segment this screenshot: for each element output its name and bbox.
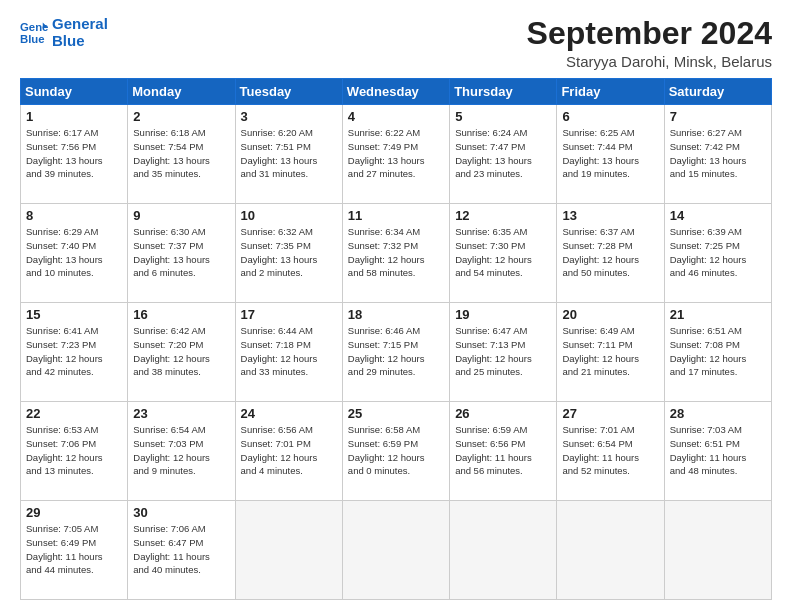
cell-text: Sunrise: 7:05 AM Sunset: 6:49 PM Dayligh… [26,522,122,577]
calendar-cell: 13Sunrise: 6:37 AM Sunset: 7:28 PM Dayli… [557,204,664,303]
cell-text: Sunrise: 6:29 AM Sunset: 7:40 PM Dayligh… [26,225,122,280]
cell-text: Sunrise: 7:01 AM Sunset: 6:54 PM Dayligh… [562,423,658,478]
cell-text: Sunrise: 6:42 AM Sunset: 7:20 PM Dayligh… [133,324,229,379]
calendar-cell: 6Sunrise: 6:25 AM Sunset: 7:44 PM Daylig… [557,105,664,204]
calendar-cell: 22Sunrise: 6:53 AM Sunset: 7:06 PM Dayli… [21,402,128,501]
weekday-header-saturday: Saturday [664,79,771,105]
cell-text: Sunrise: 6:27 AM Sunset: 7:42 PM Dayligh… [670,126,766,181]
calendar-cell: 1Sunrise: 6:17 AM Sunset: 7:56 PM Daylig… [21,105,128,204]
cell-text: Sunrise: 6:20 AM Sunset: 7:51 PM Dayligh… [241,126,337,181]
calendar-cell [450,501,557,600]
weekday-header-friday: Friday [557,79,664,105]
day-number: 23 [133,406,229,421]
calendar-cell: 26Sunrise: 6:59 AM Sunset: 6:56 PM Dayli… [450,402,557,501]
calendar-cell: 28Sunrise: 7:03 AM Sunset: 6:51 PM Dayli… [664,402,771,501]
calendar-cell: 24Sunrise: 6:56 AM Sunset: 7:01 PM Dayli… [235,402,342,501]
cell-text: Sunrise: 6:54 AM Sunset: 7:03 PM Dayligh… [133,423,229,478]
page: General Blue General Blue September 2024… [0,0,792,612]
day-number: 30 [133,505,229,520]
calendar-cell: 15Sunrise: 6:41 AM Sunset: 7:23 PM Dayli… [21,303,128,402]
day-number: 18 [348,307,444,322]
cell-text: Sunrise: 6:44 AM Sunset: 7:18 PM Dayligh… [241,324,337,379]
cell-text: Sunrise: 6:46 AM Sunset: 7:15 PM Dayligh… [348,324,444,379]
day-number: 9 [133,208,229,223]
title-block: September 2024 Staryya Darohi, Minsk, Be… [527,16,772,70]
day-number: 8 [26,208,122,223]
calendar-table: SundayMondayTuesdayWednesdayThursdayFrid… [20,78,772,600]
calendar-cell: 12Sunrise: 6:35 AM Sunset: 7:30 PM Dayli… [450,204,557,303]
calendar-cell: 18Sunrise: 6:46 AM Sunset: 7:15 PM Dayli… [342,303,449,402]
cell-text: Sunrise: 6:41 AM Sunset: 7:23 PM Dayligh… [26,324,122,379]
day-number: 15 [26,307,122,322]
calendar-cell: 4Sunrise: 6:22 AM Sunset: 7:49 PM Daylig… [342,105,449,204]
day-number: 17 [241,307,337,322]
calendar-row-3: 22Sunrise: 6:53 AM Sunset: 7:06 PM Dayli… [21,402,772,501]
cell-text: Sunrise: 6:30 AM Sunset: 7:37 PM Dayligh… [133,225,229,280]
day-number: 21 [670,307,766,322]
cell-text: Sunrise: 6:24 AM Sunset: 7:47 PM Dayligh… [455,126,551,181]
calendar-cell: 16Sunrise: 6:42 AM Sunset: 7:20 PM Dayli… [128,303,235,402]
calendar-cell: 30Sunrise: 7:06 AM Sunset: 6:47 PM Dayli… [128,501,235,600]
cell-text: Sunrise: 6:37 AM Sunset: 7:28 PM Dayligh… [562,225,658,280]
day-number: 27 [562,406,658,421]
cell-text: Sunrise: 6:47 AM Sunset: 7:13 PM Dayligh… [455,324,551,379]
cell-text: Sunrise: 6:22 AM Sunset: 7:49 PM Dayligh… [348,126,444,181]
cell-text: Sunrise: 6:51 AM Sunset: 7:08 PM Dayligh… [670,324,766,379]
cell-text: Sunrise: 6:39 AM Sunset: 7:25 PM Dayligh… [670,225,766,280]
day-number: 5 [455,109,551,124]
calendar-cell: 10Sunrise: 6:32 AM Sunset: 7:35 PM Dayli… [235,204,342,303]
logo-line1: General [52,16,108,33]
weekday-header-tuesday: Tuesday [235,79,342,105]
calendar-row-2: 15Sunrise: 6:41 AM Sunset: 7:23 PM Dayli… [21,303,772,402]
day-number: 1 [26,109,122,124]
day-number: 12 [455,208,551,223]
day-number: 26 [455,406,551,421]
cell-text: Sunrise: 6:53 AM Sunset: 7:06 PM Dayligh… [26,423,122,478]
calendar-cell: 27Sunrise: 7:01 AM Sunset: 6:54 PM Dayli… [557,402,664,501]
cell-text: Sunrise: 7:06 AM Sunset: 6:47 PM Dayligh… [133,522,229,577]
calendar-cell: 23Sunrise: 6:54 AM Sunset: 7:03 PM Dayli… [128,402,235,501]
day-number: 4 [348,109,444,124]
cell-text: Sunrise: 6:25 AM Sunset: 7:44 PM Dayligh… [562,126,658,181]
cell-text: Sunrise: 6:58 AM Sunset: 6:59 PM Dayligh… [348,423,444,478]
day-number: 24 [241,406,337,421]
calendar-cell [664,501,771,600]
day-number: 3 [241,109,337,124]
weekday-header-monday: Monday [128,79,235,105]
subtitle: Staryya Darohi, Minsk, Belarus [527,53,772,70]
logo: General Blue General Blue [20,16,108,49]
calendar-cell: 7Sunrise: 6:27 AM Sunset: 7:42 PM Daylig… [664,105,771,204]
cell-text: Sunrise: 6:35 AM Sunset: 7:30 PM Dayligh… [455,225,551,280]
calendar-cell: 17Sunrise: 6:44 AM Sunset: 7:18 PM Dayli… [235,303,342,402]
calendar-cell: 21Sunrise: 6:51 AM Sunset: 7:08 PM Dayli… [664,303,771,402]
logo-icon: General Blue [20,19,48,47]
svg-text:Blue: Blue [20,32,45,44]
cell-text: Sunrise: 6:59 AM Sunset: 6:56 PM Dayligh… [455,423,551,478]
calendar-cell [235,501,342,600]
calendar-cell: 8Sunrise: 6:29 AM Sunset: 7:40 PM Daylig… [21,204,128,303]
calendar-cell [557,501,664,600]
day-number: 10 [241,208,337,223]
calendar-cell: 14Sunrise: 6:39 AM Sunset: 7:25 PM Dayli… [664,204,771,303]
logo-line2: Blue [52,33,108,50]
day-number: 14 [670,208,766,223]
cell-text: Sunrise: 6:32 AM Sunset: 7:35 PM Dayligh… [241,225,337,280]
day-number: 2 [133,109,229,124]
calendar-cell: 11Sunrise: 6:34 AM Sunset: 7:32 PM Dayli… [342,204,449,303]
cell-text: Sunrise: 7:03 AM Sunset: 6:51 PM Dayligh… [670,423,766,478]
cell-text: Sunrise: 6:34 AM Sunset: 7:32 PM Dayligh… [348,225,444,280]
calendar-cell: 29Sunrise: 7:05 AM Sunset: 6:49 PM Dayli… [21,501,128,600]
cell-text: Sunrise: 6:17 AM Sunset: 7:56 PM Dayligh… [26,126,122,181]
calendar-row-1: 8Sunrise: 6:29 AM Sunset: 7:40 PM Daylig… [21,204,772,303]
cell-text: Sunrise: 6:49 AM Sunset: 7:11 PM Dayligh… [562,324,658,379]
calendar-cell: 19Sunrise: 6:47 AM Sunset: 7:13 PM Dayli… [450,303,557,402]
weekday-header-thursday: Thursday [450,79,557,105]
header: General Blue General Blue September 2024… [20,16,772,70]
calendar-cell: 5Sunrise: 6:24 AM Sunset: 7:47 PM Daylig… [450,105,557,204]
calendar-cell [342,501,449,600]
calendar-cell: 3Sunrise: 6:20 AM Sunset: 7:51 PM Daylig… [235,105,342,204]
calendar-cell: 20Sunrise: 6:49 AM Sunset: 7:11 PM Dayli… [557,303,664,402]
day-number: 28 [670,406,766,421]
cell-text: Sunrise: 6:56 AM Sunset: 7:01 PM Dayligh… [241,423,337,478]
day-number: 25 [348,406,444,421]
